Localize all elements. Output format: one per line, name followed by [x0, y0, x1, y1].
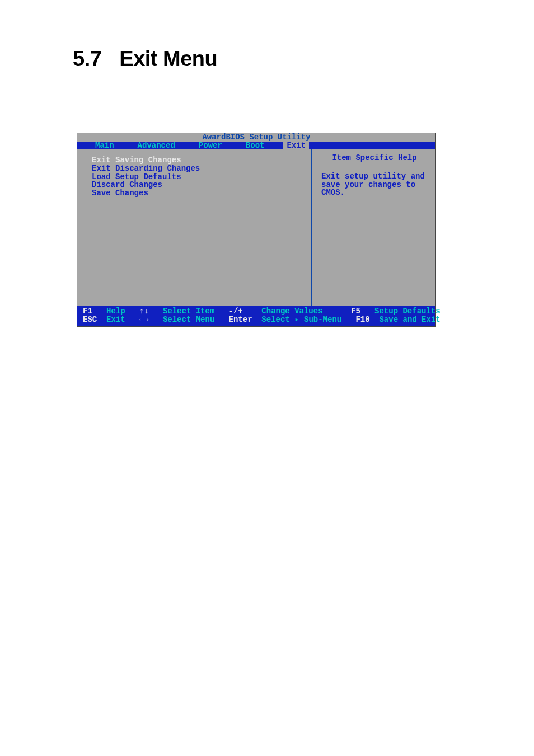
key-f1: F1: [83, 307, 92, 316]
menu-item-discard-changes[interactable]: Discard Changes: [92, 181, 311, 189]
help-title: Item Specific Help: [321, 154, 428, 162]
key-esc: ESC: [83, 315, 97, 324]
tab-power[interactable]: Power: [194, 142, 227, 150]
label-help: Help: [106, 307, 125, 316]
label-select-menu: Select Menu: [163, 315, 214, 324]
key-plusminus: -/+: [229, 307, 243, 316]
bios-footer: F1 Help ↑↓ Select Item -/+ Change Values…: [77, 306, 435, 326]
footer-row-2: ESC Exit ←→ Select Menu Enter Select ▸ S…: [83, 316, 430, 324]
section-title: Exit Menu: [119, 47, 217, 71]
menu-item-save-changes[interactable]: Save Changes: [92, 189, 311, 198]
key-f10: F10: [355, 315, 369, 324]
help-body: Exit setup utility and save your changes…: [321, 172, 428, 197]
menu-item-load-setup-defaults[interactable]: Load Setup Defaults: [92, 173, 311, 181]
key-f5: F5: [351, 307, 360, 316]
label-select-submenu: Select ▸ Sub-Menu: [261, 315, 341, 324]
bios-tab-bar: Main Advanced Power Boot Exit: [77, 142, 435, 150]
section-number: 5.7: [73, 47, 101, 71]
label-save-and-exit: Save and Exit: [379, 315, 440, 324]
page-footer-divider: [50, 439, 484, 439]
label-select-item: Select Item: [163, 307, 214, 316]
bios-body: Exit Saving Changes Exit Discarding Chan…: [77, 149, 435, 306]
section-heading: 5.7Exit Menu: [73, 47, 461, 71]
key-updown: ↑↓: [139, 307, 149, 316]
menu-item-exit-saving-changes[interactable]: Exit Saving Changes: [92, 156, 311, 165]
bios-screenshot: AwardBIOS Setup Utility Main Advanced Po…: [77, 133, 436, 327]
label-exit: Exit: [106, 315, 125, 324]
document-page: 5.7Exit Menu AwardBIOS Setup Utility Mai…: [0, 0, 534, 756]
tab-exit[interactable]: Exit: [283, 142, 309, 150]
bios-menu-pane: Exit Saving Changes Exit Discarding Chan…: [77, 149, 312, 306]
bios-title: AwardBIOS Setup Utility: [77, 133, 435, 142]
label-setup-defaults: Setup Defaults: [374, 307, 441, 316]
footer-row-1: F1 Help ↑↓ Select Item -/+ Change Values…: [83, 307, 430, 316]
bios-help-pane: Item Specific Help Exit setup utility an…: [312, 149, 435, 306]
tab-main[interactable]: Main: [91, 142, 119, 150]
key-enter: Enter: [229, 315, 252, 324]
tab-boot[interactable]: Boot: [241, 142, 269, 150]
menu-item-exit-discarding-changes[interactable]: Exit Discarding Changes: [92, 165, 311, 173]
label-change-values: Change Values: [261, 307, 322, 316]
tab-advanced[interactable]: Advanced: [133, 142, 180, 150]
key-leftright: ←→: [139, 315, 149, 324]
